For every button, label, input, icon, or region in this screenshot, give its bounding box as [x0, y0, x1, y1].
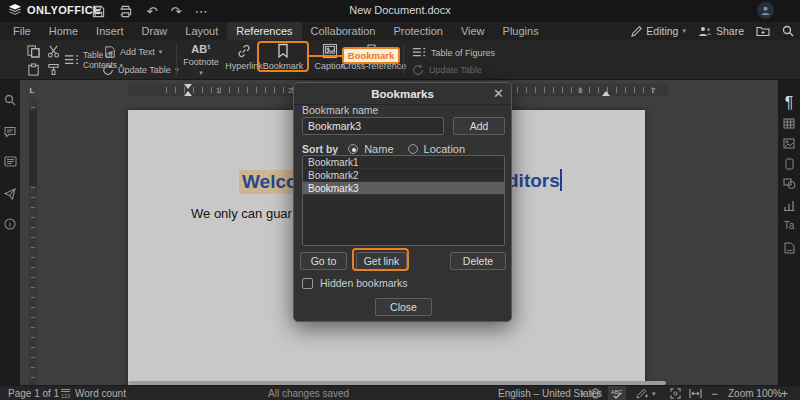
navigation-headings-icon[interactable]: [0, 156, 20, 168]
bookmarks-dialog: Bookmarks ✕ Bookmark name Add Sort by Na…: [293, 82, 512, 322]
toolbar-separator: [403, 44, 404, 76]
right-indent-marker[interactable]: [602, 91, 610, 96]
ribbon-tabs: File Home Insert Draw Layout References …: [4, 22, 548, 40]
sort-by-label: Sort by: [302, 143, 338, 155]
pencil-icon: [631, 26, 642, 37]
ruler-number: 7: [651, 86, 655, 95]
add-button[interactable]: Add: [453, 117, 505, 135]
chart-settings-icon[interactable]: [778, 200, 800, 211]
signature-settings-icon[interactable]: [778, 242, 800, 254]
annotation-connector-line: [309, 55, 343, 57]
chevron-down-icon: ▾: [652, 390, 656, 398]
document-heading-right: ditors: [507, 170, 560, 192]
status-bar: Page 1 of 1 123 Word count All changes s…: [0, 385, 800, 400]
share-users-icon: [698, 26, 712, 37]
goto-button[interactable]: Go to: [300, 252, 347, 270]
ruler-margin-band: [29, 110, 37, 186]
close-icon[interactable]: ✕: [493, 86, 504, 101]
tab-protection[interactable]: Protection: [384, 22, 452, 40]
document-body-text: We only can guar: [191, 206, 292, 221]
tab-draw[interactable]: Draw: [133, 22, 177, 40]
search-icon[interactable]: [782, 25, 794, 37]
tab-view[interactable]: View: [452, 22, 494, 40]
image-settings-icon[interactable]: [778, 138, 800, 149]
tab-references[interactable]: References: [227, 22, 301, 40]
toolbar-separator: [176, 44, 177, 76]
text-art-settings-icon[interactable]: Ta: [778, 220, 800, 231]
table-of-figures-button[interactable]: Table of Figures: [412, 46, 495, 60]
tab-insert[interactable]: Insert: [87, 22, 133, 40]
paste-button[interactable]: [27, 63, 40, 76]
chevron-down-icon: ▾: [682, 27, 686, 35]
language-selector[interactable]: English – United States: [498, 388, 602, 399]
table-settings-icon[interactable]: [778, 118, 800, 129]
user-avatar[interactable]: [757, 2, 774, 19]
dialog-title: Bookmarks: [294, 88, 511, 100]
track-changes-icon[interactable]: [636, 388, 649, 399]
list-item-selected[interactable]: Bookmark3: [303, 182, 504, 195]
page-indicator[interactable]: Page 1 of 1: [8, 388, 59, 399]
cut-button[interactable]: [47, 45, 60, 58]
table-of-contents-icon: [64, 53, 79, 68]
format-painter-button[interactable]: [47, 63, 60, 76]
document-language-globe-icon[interactable]: [590, 388, 601, 399]
tab-file[interactable]: File: [4, 22, 40, 40]
close-button[interactable]: Close: [375, 298, 432, 316]
open-file-location-button[interactable]: [756, 25, 770, 37]
left-indent-marker[interactable]: [184, 91, 192, 96]
zoom-level[interactable]: Zoom 100%: [728, 388, 782, 399]
radio-sort-location[interactable]: [408, 144, 418, 154]
footnote-icon: AB¹: [191, 43, 211, 55]
bookmark-name-input[interactable]: [302, 117, 444, 135]
editing-label: Editing: [646, 25, 678, 37]
footnote-button[interactable]: AB¹ Footnote ▾: [180, 43, 222, 78]
tab-stop-selector[interactable]: L: [26, 84, 38, 96]
shape-settings-icon[interactable]: [778, 178, 800, 189]
sort-name-label: Name: [364, 143, 393, 155]
fit-width-button[interactable]: [689, 388, 702, 399]
save-status: All changes saved: [268, 388, 349, 399]
ruler-number: 2: [288, 86, 292, 95]
delete-button[interactable]: Delete: [450, 252, 506, 270]
zoom-in-button[interactable]: +: [781, 387, 788, 400]
hidden-bookmarks-checkbox[interactable]: [302, 278, 313, 289]
list-item[interactable]: Bookmark1: [303, 156, 504, 169]
first-line-indent-marker[interactable]: [184, 84, 192, 89]
fit-page-button[interactable]: [670, 388, 681, 399]
sort-by-row: Sort by Name Location: [302, 143, 465, 155]
tab-home[interactable]: Home: [40, 22, 87, 40]
share-button[interactable]: Share: [698, 25, 744, 37]
paragraph-settings-icon[interactable]: ¶: [778, 94, 800, 112]
share-label: Share: [716, 25, 744, 37]
tab-collaboration[interactable]: Collaboration: [302, 22, 385, 40]
header-footer-settings-icon[interactable]: [778, 158, 800, 170]
spell-check-toggle[interactable]: ABC: [608, 386, 626, 400]
search-icon[interactable]: [0, 94, 20, 106]
text-cursor: [560, 169, 562, 191]
refresh-icon: [412, 64, 424, 76]
vertical-ruler[interactable]: [29, 98, 37, 385]
editing-mode-dropdown[interactable]: Editing ▾: [631, 25, 686, 37]
tab-plugins[interactable]: Plugins: [494, 22, 548, 40]
comments-icon[interactable]: [0, 126, 20, 138]
feedback-support-icon[interactable]: [0, 188, 20, 200]
table-of-figures-icon: [412, 46, 426, 60]
list-item[interactable]: Bookmark2: [303, 169, 504, 182]
chevron-down-icon: ▾: [199, 69, 203, 77]
copy-button[interactable]: [27, 45, 40, 58]
radio-sort-name[interactable]: [348, 144, 358, 154]
svg-text:123: 123: [61, 393, 70, 399]
update-table-button[interactable]: Update Table ▾: [102, 64, 178, 76]
dialog-header[interactable]: Bookmarks ✕: [294, 83, 511, 105]
annotation-highlight-get-link-button: [352, 248, 409, 271]
zoom-out-button[interactable]: −: [711, 387, 718, 400]
update-table-figures-button: Update Table: [412, 64, 482, 76]
bookmarks-list: Bookmark1 Bookmark2 Bookmark3: [302, 155, 505, 246]
tab-layout[interactable]: Layout: [176, 22, 227, 40]
word-count-button[interactable]: Word count: [75, 388, 126, 399]
add-text-button[interactable]: Add Text ▾: [104, 46, 162, 58]
about-info-icon[interactable]: [0, 218, 20, 230]
onlyoffice-document-editor: ONLYOFFICE ↶ ↷ ⋯ New Document.docx File …: [0, 0, 800, 400]
references-toolbar: Table of Contents ▾ Add Text ▾ Update Ta…: [0, 40, 800, 80]
document-heading-left: Welco: [239, 170, 301, 194]
